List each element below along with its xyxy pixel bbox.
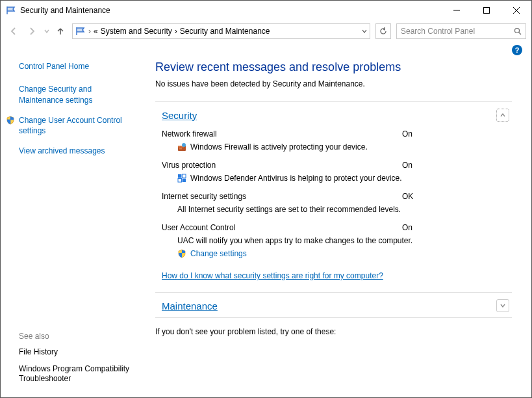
svg-line-5 [519, 33, 521, 34]
svg-rect-7 [178, 146, 181, 148]
breadcrumb[interactable]: « System and Security › Security and Mai… [94, 27, 359, 36]
titlebar: Security and Maintenance [1, 1, 531, 20]
breadcrumb-seg2[interactable]: Security and Maintenance [180, 27, 270, 36]
see-also-heading: See also [19, 332, 133, 341]
search-box[interactable] [396, 23, 526, 39]
virus-label: Virus protection [162, 161, 402, 170]
uac-change-settings-link[interactable]: Change settings [162, 245, 512, 258]
svg-rect-13 [178, 179, 182, 183]
virus-status: On [402, 161, 412, 170]
change-uac-settings-link[interactable]: Change User Account Control settings [19, 115, 133, 137]
svg-point-10 [182, 143, 186, 147]
svg-rect-14 [183, 179, 186, 183]
file-history-link[interactable]: File History [19, 347, 133, 358]
internet-label: Internet security settings [162, 192, 402, 201]
up-button[interactable] [54, 23, 67, 39]
firewall-label: Network firewall [162, 129, 402, 139]
svg-rect-12 [183, 174, 186, 178]
sidebar: Control Panel Home Change Security and M… [1, 58, 142, 397]
flag-icon [6, 5, 16, 16]
internet-desc: All Internet security settings are set t… [177, 205, 401, 214]
control-panel-home-link[interactable]: Control Panel Home [19, 62, 133, 71]
help-row: ? [1, 42, 531, 58]
address-bar[interactable]: › « System and Security › Security and M… [72, 23, 370, 39]
svg-rect-9 [179, 148, 182, 150]
security-title: Security [162, 110, 197, 121]
back-button[interactable] [6, 23, 21, 39]
collapse-security-button[interactable] [496, 109, 509, 122]
minimize-button[interactable] [442, 1, 472, 20]
firewall-status: On [402, 129, 412, 139]
breadcrumb-prefix: « [94, 27, 98, 36]
search-input[interactable] [401, 27, 514, 36]
maximize-button[interactable] [472, 1, 501, 20]
main-content: Review recent messages and resolve probl… [142, 58, 531, 397]
window-title: Security and Maintenance [20, 6, 442, 15]
recent-dropdown[interactable] [42, 23, 51, 39]
uac-desc: UAC will notify you when apps try to mak… [177, 236, 412, 245]
view-archived-messages-link[interactable]: View archived messages [19, 146, 133, 157]
firewall-icon [177, 142, 186, 152]
chevron-down-icon[interactable] [362, 29, 367, 34]
firewall-item: Network firewall On Windows Firewall is … [155, 127, 512, 158]
firewall-desc: Windows Firewall is actively protecting … [190, 142, 368, 152]
shield-icon [6, 116, 15, 125]
help-icon[interactable]: ? [512, 45, 522, 55]
no-issues-text: No issues have been detected by Security… [155, 79, 512, 88]
navigation-bar: › « System and Security › Security and M… [1, 20, 531, 42]
maintenance-title: Maintenance [162, 300, 218, 312]
change-settings-label: Change settings [190, 249, 247, 258]
uac-status: On [402, 223, 412, 232]
try-one-text: If you don't see your problem listed, tr… [155, 318, 512, 336]
svg-point-4 [515, 29, 520, 33]
defender-icon [177, 174, 186, 183]
internet-status: OK [402, 192, 413, 201]
maintenance-section-header[interactable]: Maintenance [155, 292, 512, 318]
compat-troubleshooter-link[interactable]: Windows Program Compatibility Troublesho… [19, 364, 133, 384]
uac-label: User Account Control [162, 223, 402, 232]
svg-rect-11 [178, 174, 182, 178]
security-help-link[interactable]: How do I know what security settings are… [155, 265, 512, 292]
window-controls [442, 1, 531, 20]
forward-button[interactable] [24, 23, 40, 39]
expand-maintenance-button[interactable] [496, 299, 509, 312]
refresh-button[interactable] [375, 23, 391, 39]
chevron-right-icon: › [88, 27, 91, 36]
internet-item: Internet security settings OK All Intern… [155, 189, 512, 220]
breadcrumb-seg1[interactable]: System and Security [101, 27, 172, 36]
security-section-header[interactable]: Security [155, 101, 512, 127]
shield-icon [177, 249, 186, 258]
page-heading: Review recent messages and resolve probl… [155, 60, 512, 74]
change-security-settings-link[interactable]: Change Security and Maintenance settings [19, 84, 133, 106]
change-uac-label: Change User Account Control settings [19, 116, 122, 136]
uac-item: User Account Control On UAC will notify … [155, 220, 512, 265]
svg-rect-1 [484, 8, 490, 14]
flag-icon [75, 26, 86, 36]
virus-item: Virus protection On Windows Defender Ant… [155, 158, 512, 189]
search-icon[interactable] [514, 27, 522, 35]
chevron-right-icon: › [175, 27, 177, 36]
virus-desc: Windows Defender Antivirus is helping to… [190, 174, 402, 183]
close-button[interactable] [501, 1, 531, 20]
